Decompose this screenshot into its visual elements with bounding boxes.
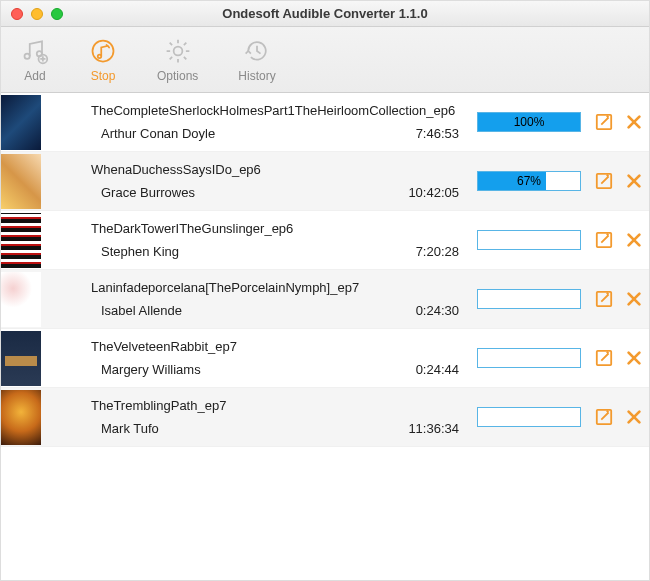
minimize-window-icon[interactable] [31, 8, 43, 20]
item-author: Grace Burrowes [91, 185, 195, 200]
item-bottom-line: Stephen King7:20:28 [91, 244, 469, 259]
cover-art [1, 95, 41, 150]
edit-icon[interactable] [595, 231, 613, 249]
svg-point-4 [98, 54, 102, 58]
item-title: WhenaDuchessSaysIDo_ep6 [91, 162, 469, 177]
close-window-icon[interactable] [11, 8, 23, 20]
item-info: TheTremblingPath_ep7Mark Tufo11:36:34 [41, 388, 469, 446]
progress-label [478, 349, 580, 367]
edit-cell [589, 211, 619, 269]
delete-cell [619, 93, 649, 151]
add-label: Add [24, 69, 45, 83]
delete-cell [619, 329, 649, 387]
item-author: Stephen King [91, 244, 179, 259]
progress-cell: 67% [469, 152, 589, 210]
window-controls [1, 8, 63, 20]
progress-cell [469, 211, 589, 269]
edit-cell [589, 329, 619, 387]
item-duration: 0:24:30 [416, 303, 459, 318]
stop-icon [89, 37, 117, 65]
item-title: TheDarkTowerITheGunslinger_ep6 [91, 221, 469, 236]
item-duration: 7:20:28 [416, 244, 459, 259]
list-item[interactable]: TheDarkTowerITheGunslinger_ep6Stephen Ki… [1, 211, 649, 270]
svg-point-5 [173, 46, 182, 55]
stop-button[interactable]: Stop [89, 37, 117, 83]
zoom-window-icon[interactable] [51, 8, 63, 20]
cover-art [1, 213, 41, 268]
stop-label: Stop [91, 69, 116, 83]
options-label: Options [157, 69, 198, 83]
delete-cell [619, 211, 649, 269]
item-bottom-line: Grace Burrowes10:42:05 [91, 185, 469, 200]
item-title: Laninfadeporcelana[ThePorcelainNymph]_ep… [91, 280, 469, 295]
edit-icon[interactable] [595, 172, 613, 190]
add-button[interactable]: Add [21, 37, 49, 83]
item-duration: 10:42:05 [408, 185, 459, 200]
item-author: Arthur Conan Doyle [91, 126, 215, 141]
svg-point-3 [93, 40, 114, 61]
svg-point-0 [25, 53, 30, 58]
item-duration: 7:46:53 [416, 126, 459, 141]
history-label: History [238, 69, 275, 83]
delete-icon[interactable] [625, 231, 643, 249]
list-item[interactable]: WhenaDuchessSaysIDo_ep6Grace Burrowes10:… [1, 152, 649, 211]
progress-label [478, 231, 580, 249]
progress-label [478, 290, 580, 308]
item-info: TheVelveteenRabbit_ep7Margery Williams0:… [41, 329, 469, 387]
edit-icon[interactable] [595, 408, 613, 426]
delete-icon[interactable] [625, 408, 643, 426]
list-item[interactable]: TheTremblingPath_ep7Mark Tufo11:36:34 [1, 388, 649, 447]
edit-icon[interactable] [595, 349, 613, 367]
delete-icon[interactable] [625, 113, 643, 131]
edit-cell [589, 270, 619, 328]
add-music-icon [21, 37, 49, 65]
titlebar: Ondesoft Audible Converter 1.1.0 [1, 1, 649, 27]
item-bottom-line: Arthur Conan Doyle7:46:53 [91, 126, 469, 141]
item-info: Laninfadeporcelana[ThePorcelainNymph]_ep… [41, 270, 469, 328]
item-bottom-line: Margery Williams0:24:44 [91, 362, 469, 377]
item-title: TheTremblingPath_ep7 [91, 398, 469, 413]
cover-art [1, 154, 41, 209]
delete-icon[interactable] [625, 290, 643, 308]
delete-cell [619, 388, 649, 446]
list-item[interactable]: TheCompleteSherlockHolmesPart1TheHeirloo… [1, 93, 649, 152]
progress-cell: 100% [469, 93, 589, 151]
progress-cell [469, 329, 589, 387]
progress-bar [477, 407, 581, 427]
edit-icon[interactable] [595, 113, 613, 131]
cover-art [1, 272, 41, 327]
item-info: TheCompleteSherlockHolmesPart1TheHeirloo… [41, 93, 469, 151]
options-button[interactable]: Options [157, 37, 198, 83]
item-info: TheDarkTowerITheGunslinger_ep6Stephen Ki… [41, 211, 469, 269]
history-icon [243, 37, 271, 65]
delete-cell [619, 152, 649, 210]
item-author: Mark Tufo [91, 421, 159, 436]
item-author: Isabel Allende [91, 303, 182, 318]
history-button[interactable]: History [238, 37, 275, 83]
list-item[interactable]: Laninfadeporcelana[ThePorcelainNymph]_ep… [1, 270, 649, 329]
item-duration: 0:24:44 [416, 362, 459, 377]
progress-bar [477, 289, 581, 309]
progress-bar: 100% [477, 112, 581, 132]
edit-cell [589, 93, 619, 151]
gear-icon [164, 37, 192, 65]
window-title: Ondesoft Audible Converter 1.1.0 [1, 6, 649, 21]
list-item[interactable]: TheVelveteenRabbit_ep7Margery Williams0:… [1, 329, 649, 388]
delete-icon[interactable] [625, 172, 643, 190]
item-info: WhenaDuchessSaysIDo_ep6Grace Burrowes10:… [41, 152, 469, 210]
delete-cell [619, 270, 649, 328]
edit-icon[interactable] [595, 290, 613, 308]
progress-label [478, 408, 580, 426]
progress-label: 67% [478, 172, 580, 190]
file-list: TheCompleteSherlockHolmesPart1TheHeirloo… [1, 93, 649, 447]
item-title: TheVelveteenRabbit_ep7 [91, 339, 469, 354]
progress-cell [469, 270, 589, 328]
progress-bar: 67% [477, 171, 581, 191]
item-bottom-line: Isabel Allende0:24:30 [91, 303, 469, 318]
item-bottom-line: Mark Tufo11:36:34 [91, 421, 469, 436]
toolbar: Add Stop Options History [1, 27, 649, 93]
progress-label: 100% [478, 113, 580, 131]
delete-icon[interactable] [625, 349, 643, 367]
cover-art [1, 331, 41, 386]
progress-bar [477, 230, 581, 250]
